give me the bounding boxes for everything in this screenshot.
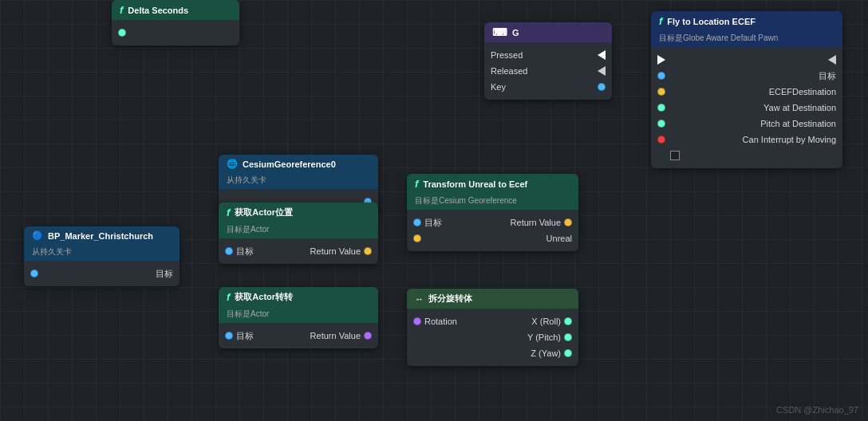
fly-to-location-node: f Fly to Location ECEF 目标是Globe Aware De… <box>651 11 842 168</box>
break-xroll-pin[interactable] <box>564 317 572 325</box>
break-xroll-label: X (Roll) <box>531 317 561 326</box>
key-pin[interactable] <box>598 83 606 91</box>
break-rotation-row: Rotation X (Roll) <box>407 313 578 329</box>
location-target-row: 目标 Return Value <box>219 243 378 259</box>
keyboard-g-header: ⌨ G <box>484 22 612 42</box>
fly-body: 目标 ECEFDestination Yaw at Destination Pi… <box>651 47 842 168</box>
released-row: Released <box>484 63 612 79</box>
rotation-func-icon: f <box>227 291 230 303</box>
delta-output-pin[interactable] <box>118 29 126 37</box>
bp-header: 🔵 BP_Marker_Christchurch <box>24 226 180 245</box>
transform-unreal-pin[interactable] <box>413 234 421 242</box>
transform-func-icon: f <box>415 178 418 190</box>
bp-target-row: 目标 <box>24 266 180 281</box>
fly-exec-in[interactable] <box>657 55 665 65</box>
delta-node: f Delta Seconds <box>112 0 239 45</box>
transform-target-pin[interactable] <box>413 218 421 226</box>
get-actor-rotation-node: f 获取Actor转转 目标是Actor 目标 Return Value <box>219 287 378 348</box>
delta-title: Delta Seconds <box>128 6 188 15</box>
delta-output-row <box>112 25 239 41</box>
break-zyaw-label: Z (Yaw) <box>531 348 561 358</box>
fly-ecef-pin[interactable] <box>657 88 665 96</box>
transform-unreal-row: Unreal <box>407 230 578 246</box>
pressed-label: Pressed <box>491 50 523 60</box>
bp-title: BP_Marker_Christchurch <box>48 231 153 241</box>
bp-marker-node: 🔵 BP_Marker_Christchurch 从持久关卡 目标 <box>24 226 180 286</box>
key-label: Key <box>491 82 506 92</box>
transform-return-pin[interactable] <box>564 218 572 226</box>
fly-ecef-row: ECEFDestination <box>651 84 842 100</box>
bp-target-pin[interactable] <box>30 270 38 277</box>
transform-unreal-ecef-node: f Transform Unreal to Ecef 目标是Cesium Geo… <box>407 174 578 251</box>
location-target-pin[interactable] <box>225 247 233 255</box>
fly-yaw-pin[interactable] <box>657 104 665 112</box>
rotation-body: 目标 Return Value <box>219 323 378 348</box>
break-ypitch-pin[interactable] <box>564 333 572 341</box>
fly-exec-out[interactable] <box>828 55 836 65</box>
fly-subheader: 目标是Globe Aware Default Pawn <box>651 31 842 47</box>
pressed-row: Pressed <box>484 47 612 63</box>
bp-icon: 🔵 <box>32 230 43 241</box>
location-return-label: Return Value <box>310 246 361 256</box>
fly-pitch-label: Pitch at Destination <box>760 119 836 128</box>
fly-interrupt-checkbox[interactable] <box>670 151 680 160</box>
transform-title: Transform Unreal to Ecef <box>423 179 527 189</box>
bp-body: 目标 <box>24 261 180 286</box>
break-title: 拆分旋转体 <box>428 293 472 305</box>
transform-target-label: 目标 <box>424 217 442 229</box>
transform-subheader: 目标是Cesium Georeference <box>407 194 578 210</box>
break-rotation-pin[interactable] <box>413 317 421 325</box>
location-header: f 获取Actor位置 <box>219 203 378 222</box>
break-body: Rotation X (Roll) Y (Pitch) Z (Yaw) <box>407 309 578 366</box>
fly-target-label: 目标 <box>819 70 836 82</box>
transform-header: f Transform Unreal to Ecef <box>407 174 578 194</box>
break-icon: ↔ <box>415 294 424 304</box>
fly-header: f Fly to Location ECEF <box>651 11 842 31</box>
location-body: 目标 Return Value <box>219 238 378 264</box>
location-return-pin[interactable] <box>364 247 372 255</box>
delta-icon: f <box>120 4 123 16</box>
rotation-target-pin[interactable] <box>225 332 233 340</box>
fly-interrupt-label: Can Interrupt by Moving <box>743 135 836 144</box>
released-pin[interactable] <box>598 66 606 76</box>
transform-return-label: Return Value <box>511 218 561 227</box>
released-label: Released <box>491 66 527 76</box>
break-zyaw-pin[interactable] <box>564 349 572 357</box>
break-rotation-label: Rotation <box>424 317 457 326</box>
fly-pitch-row: Pitch at Destination <box>651 116 842 132</box>
break-ypitch-label: Y (Pitch) <box>527 332 561 342</box>
fly-interrupt-pin[interactable] <box>657 136 665 144</box>
break-zyaw-row: Z (Yaw) <box>407 345 578 361</box>
delta-body <box>112 20 239 45</box>
fly-target-row: 目标 <box>651 68 842 84</box>
rotation-title: 获取Actor转转 <box>235 291 293 303</box>
transform-unreal-label: Unreal <box>546 234 572 243</box>
cesium-header: 🌐 CesiumGeoreference0 <box>219 155 378 173</box>
break-rotation-node: ↔ 拆分旋转体 Rotation X (Roll) Y (Pitch) Z (Y… <box>407 289 578 366</box>
fly-target-pin[interactable] <box>657 72 665 80</box>
rotation-header: f 获取Actor转转 <box>219 287 378 307</box>
bp-target-label: 目标 <box>156 268 173 280</box>
fly-interrupt-check-row <box>651 148 842 163</box>
transform-body: 目标 Return Value Unreal <box>407 210 578 251</box>
cesium-icon: 🌐 <box>227 159 238 169</box>
rotation-return-label: Return Value <box>310 331 361 340</box>
fly-exec-row <box>651 52 842 68</box>
rotation-return-pin[interactable] <box>364 332 372 340</box>
break-ypitch-row: Y (Pitch) <box>407 329 578 345</box>
cesium-title: CesiumGeoreference0 <box>243 159 336 169</box>
fly-pitch-pin[interactable] <box>657 120 665 128</box>
pressed-pin[interactable] <box>598 50 606 60</box>
fly-yaw-row: Yaw at Destination <box>651 100 842 116</box>
keyboard-g-body: Pressed Released Key <box>484 42 612 100</box>
fly-func-icon: f <box>659 15 662 27</box>
location-target-label: 目标 <box>236 246 254 258</box>
location-title: 获取Actor位置 <box>235 207 293 218</box>
location-func-icon: f <box>227 207 230 218</box>
rotation-subheader: 目标是Actor <box>219 307 378 323</box>
delta-header: f Delta Seconds <box>112 0 239 20</box>
key-row: Key <box>484 79 612 95</box>
rotation-target-label: 目标 <box>236 330 254 342</box>
fly-title: Fly to Location ECEF <box>667 17 756 26</box>
fly-ecef-label: ECEFDestination <box>769 87 836 96</box>
